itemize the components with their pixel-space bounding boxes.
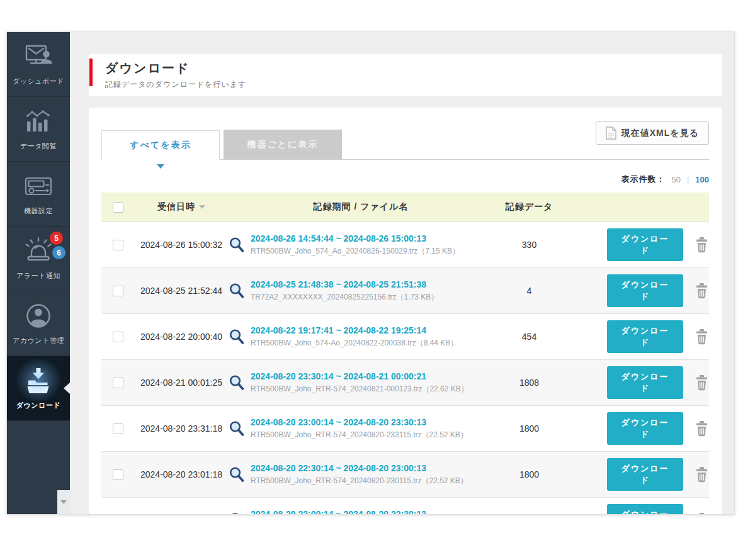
sidebar-item-alerts[interactable]: 56 アラート通知 <box>7 227 70 291</box>
download-button[interactable]: ダウンロード <box>607 228 683 261</box>
record-period-link[interactable]: 2024-08-22 19:17:41 ~ 2024-08-22 19:25:1… <box>251 325 493 335</box>
table-row: 2024-08-21 00:01:25 2024-08-20 23:30:14 … <box>101 359 709 405</box>
page-subtitle: 記録データのダウンロードを行います <box>105 79 246 90</box>
view-current-xml-button[interactable]: 現在値XMLを見る <box>596 121 709 145</box>
table-header-row: 受信日時 記録期間 / ファイル名 記録データ <box>101 193 709 221</box>
download-button[interactable]: ダウンロード <box>607 274 683 307</box>
download-button[interactable]: ダウンロード <box>607 320 683 353</box>
record-count: 1808 <box>493 378 565 388</box>
notification-badge: 5 <box>50 232 63 245</box>
download-button[interactable]: ダウンロード <box>607 458 683 491</box>
sidebar-item-label: アラート通知 <box>16 271 60 281</box>
trash-icon[interactable] <box>695 328 709 345</box>
sidebar-item-download[interactable]: ダウンロード <box>7 356 70 421</box>
row-checkbox[interactable] <box>113 423 123 434</box>
table-row: 2024-08-25 21:52:44 2024-08-25 21:48:38 … <box>101 267 709 313</box>
received-datetime: 2024-08-20 23:31:18 <box>134 423 229 434</box>
row-checkbox[interactable] <box>113 240 123 250</box>
file-name: RTR500BW_Joho_RTR-574_20240821-000123.tr… <box>251 383 493 395</box>
header-record-period-filename: 記録期間 / ファイル名 <box>229 201 493 213</box>
record-period-link[interactable]: 2024-08-25 21:48:38 ~ 2024-08-25 21:51:3… <box>251 279 493 289</box>
header-record-count: 記録データ <box>493 201 565 213</box>
table-row: 2024-08-22 20:00:40 2024-08-22 19:17:41 … <box>101 313 709 359</box>
received-datetime: 2024-08-20 23:01:18 <box>134 469 229 479</box>
notification-badge: 6 <box>52 246 65 259</box>
sort-desc-icon[interactable] <box>199 205 205 209</box>
scroll-down-icon[interactable] <box>60 500 67 504</box>
divider: | <box>687 175 689 184</box>
row-checkbox[interactable] <box>113 286 123 296</box>
sidebar-item-label: ダッシュボード <box>13 77 64 86</box>
trash-icon[interactable] <box>695 466 709 483</box>
magnifier-icon[interactable] <box>229 420 245 437</box>
magnifier-icon[interactable] <box>229 283 245 299</box>
download-button[interactable]: ダウンロード <box>607 504 683 515</box>
record-period-link[interactable]: 2024-08-20 22:30:14 ~ 2024-08-20 23:00:1… <box>251 463 493 473</box>
sidebar-item-data-view[interactable]: データ閲覧 <box>7 97 70 162</box>
display-count-50[interactable]: 50 <box>671 175 680 184</box>
magnifier-icon[interactable] <box>229 466 245 483</box>
file-name: TR72A2_XXXXXXXX_20240825225156.trz（1.73 … <box>251 291 493 303</box>
received-datetime: 2024-08-21 00:01:25 <box>134 378 229 388</box>
received-datetime: 2024-08-22 20:00:40 <box>134 332 229 342</box>
received-datetime: 2024-08-26 15:00:32 <box>134 240 229 250</box>
siren-icon: 56 <box>22 237 55 266</box>
device-icon <box>22 172 55 201</box>
display-count-label: 表示件数： <box>621 174 665 185</box>
record-period-link[interactable]: 2024-08-20 23:30:14 ~ 2024-08-21 00:00:2… <box>251 371 493 381</box>
download-folder-icon <box>22 366 55 395</box>
dashboard-icon <box>22 42 55 71</box>
table-row: 2024-08-20 22:31:18 2024-08-20 22:00:14 … <box>101 497 709 515</box>
select-all-checkbox[interactable] <box>113 202 123 213</box>
sidebar-item-account[interactable]: アカウント管理 <box>7 291 70 356</box>
download-button[interactable]: ダウンロード <box>607 366 683 399</box>
received-datetime: 2024-08-25 21:52:44 <box>134 286 229 296</box>
record-count: 1800 <box>493 469 565 479</box>
file-name: RTR500BW_Joho_RTR-574_20240820-230115.tr… <box>251 475 493 486</box>
row-checkbox[interactable] <box>113 469 123 480</box>
table-row: 2024-08-26 15:00:32 2024-08-26 14:54:44 … <box>101 221 709 267</box>
record-count: 330 <box>493 240 565 250</box>
display-count-100[interactable]: 100 <box>695 175 709 184</box>
xml-file-icon <box>606 126 616 140</box>
record-count: 454 <box>493 332 565 342</box>
trash-icon[interactable] <box>695 237 709 254</box>
tab-show-by-device[interactable]: 機器ごとに表示 <box>224 130 342 159</box>
xml-button-label: 現在値XMLを見る <box>621 128 699 139</box>
trash-icon[interactable] <box>695 374 709 391</box>
record-period-link[interactable]: 2024-08-26 14:54:44 ~ 2024-08-26 15:00:1… <box>251 233 493 244</box>
trash-icon[interactable] <box>695 512 709 515</box>
record-count: 1800 <box>493 423 565 434</box>
magnifier-icon[interactable] <box>229 328 245 345</box>
sidebar: ダッシュボード データ閲覧 機器設定 56 アラート通知 アカウント管理 ダウン… <box>7 32 70 514</box>
sidebar-scrollbar[interactable] <box>57 490 70 514</box>
sidebar-item-dashboard[interactable]: ダッシュボード <box>7 32 70 97</box>
tab-show-all[interactable]: すべてを表示 <box>101 130 220 160</box>
sidebar-item-label: ダウンロード <box>16 401 60 410</box>
table-row: 2024-08-20 23:01:18 2024-08-20 22:30:14 … <box>101 451 709 497</box>
magnifier-icon[interactable] <box>229 237 245 253</box>
header-received[interactable]: 受信日時 <box>134 201 229 213</box>
trash-icon[interactable] <box>695 283 709 300</box>
magnifier-icon[interactable] <box>229 374 245 391</box>
record-period-link[interactable]: 2024-08-20 23:00:14 ~ 2024-08-20 23:30:1… <box>251 417 493 427</box>
user-icon <box>22 301 55 330</box>
header-received-label: 受信日時 <box>157 201 195 211</box>
row-checkbox[interactable] <box>113 378 123 388</box>
file-name: RTR500BW_Joho_574-Ao_20240822-200038.trz… <box>251 337 493 349</box>
tab-label: すべてを表示 <box>130 140 191 151</box>
trash-icon[interactable] <box>695 420 709 437</box>
sidebar-item-label: データ閲覧 <box>20 142 57 151</box>
tab-label: 機器ごとに表示 <box>247 139 319 150</box>
download-table: 受信日時 記録期間 / ファイル名 記録データ 2024-08-26 15:00… <box>101 193 709 515</box>
magnifier-icon[interactable] <box>229 512 245 515</box>
row-checkbox[interactable] <box>113 332 123 342</box>
file-name: RTR500BW_Joho_RTR-574_20240820-233115.tr… <box>251 429 493 440</box>
sidebar-item-device-settings[interactable]: 機器設定 <box>7 162 70 227</box>
record-period-link[interactable]: 2024-08-20 22:00:14 ~ 2024-08-20 22:30:1… <box>251 509 493 515</box>
download-button[interactable]: ダウンロード <box>607 412 683 445</box>
sidebar-item-label: 機器設定 <box>24 206 53 216</box>
sidebar-item-label: アカウント管理 <box>13 336 64 345</box>
record-count: 4 <box>493 286 565 296</box>
main-content: ダウンロード 記録データのダウンロードを行います 現在値XMLを見る すべてを表… <box>70 32 734 514</box>
